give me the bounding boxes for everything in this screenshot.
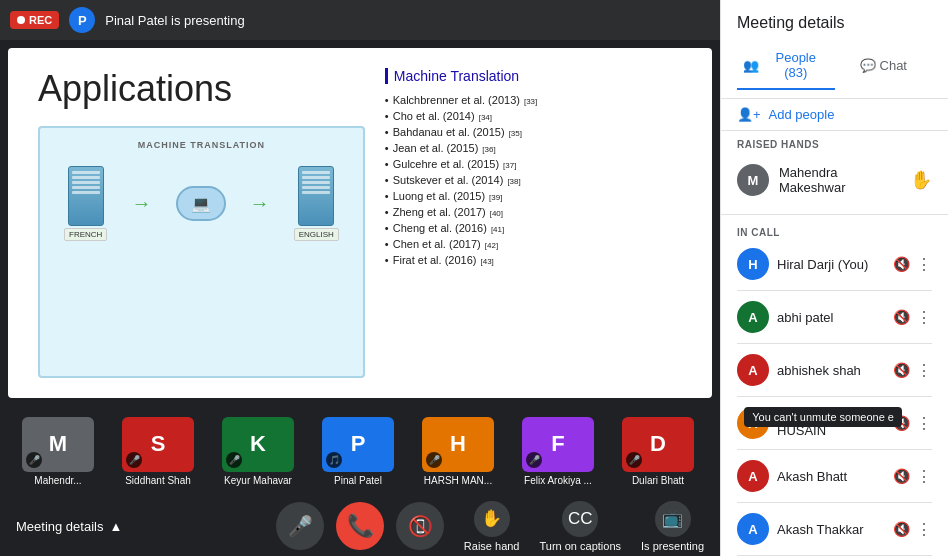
call-person: AAkash Bhatt🔇⋮ (737, 454, 932, 498)
participant-thumb[interactable]: F🎤Felix Arokiya ... (510, 417, 606, 486)
in-call-section: IN CALL HHiral Darji (You)🔇⋮Aabhi patel🔇… (721, 219, 948, 556)
call-person-actions: 🔇⋮ (893, 255, 932, 274)
tower-label-to: ENGLISH (294, 228, 339, 241)
participant-avatar: H🎤 (422, 417, 494, 472)
ref-list-item: Kalchbrenner et al. (2013)[33] (385, 92, 682, 108)
raised-hand-avatar: M (737, 164, 769, 196)
participant-name: Mahendr... (13, 475, 103, 486)
more-options-icon[interactable]: ⋮ (916, 520, 932, 539)
ref-list: Kalchbrenner et al. (2013)[33]Cho et al.… (385, 92, 682, 268)
meeting-details-label: Meeting details (16, 519, 103, 534)
mute-icon: 🎤 (26, 452, 42, 468)
diagram-label: MACHINE TRANSLATION (52, 140, 351, 150)
tower-icon-left (68, 166, 104, 226)
call-person: Aabhi patel🔇⋮ (737, 295, 932, 339)
rec-label: REC (29, 14, 52, 26)
participant-thumb[interactable]: K🎤Keyur Mahavar (210, 417, 306, 486)
diagram-tower-left: FRENCH (64, 166, 107, 241)
tower-label-from: FRENCH (64, 228, 107, 241)
more-options-icon[interactable]: ⋮ (916, 414, 932, 433)
chat-tab-label: Chat (880, 58, 907, 73)
participants-strip: M🎤Mahendr...S🎤Siddhant ShahK🎤Keyur Mahav… (0, 406, 720, 496)
people-tab-icon: 👥 (743, 58, 759, 73)
mute-person-icon: 🔇 (893, 468, 910, 484)
presenter-avatar: P (69, 7, 95, 33)
participant-avatar: D🎤 (622, 417, 694, 472)
call-person-avatar: A (737, 513, 769, 545)
end-call-button[interactable]: 📞 (336, 502, 384, 550)
mute-person-icon: 🔇 (893, 309, 910, 325)
call-person-name: Akash Thakkar (777, 522, 885, 537)
add-people-button[interactable]: 👤+ Add people (721, 99, 948, 131)
more-options-icon[interactable]: ⋮ (916, 255, 932, 274)
divider (721, 214, 948, 215)
right-controls: ✋ Raise hand CC Turn on captions 📺 Is pr… (464, 501, 704, 552)
captions-icon: CC (562, 501, 598, 537)
ref-list-item: Jean et al. (2015)[36] (385, 140, 682, 156)
divider (737, 449, 932, 450)
participant-thumb[interactable]: S🎤Siddhant Shah (110, 417, 206, 486)
meeting-details-button[interactable]: Meeting details ▲ (16, 519, 122, 534)
rec-dot (17, 16, 25, 24)
main-area: REC P Pinal Patel is presenting Applicat… (0, 0, 720, 556)
raised-hand-item: M Mahendra Makeshwar ✋ (737, 158, 932, 202)
raise-hand-button[interactable]: ✋ Raise hand (464, 501, 520, 552)
mute-icon: 🎤 (526, 452, 542, 468)
center-controls: 🎤 📞 📵 (276, 502, 444, 550)
slide-right: Machine Translation Kalchbrenner et al. … (385, 68, 682, 378)
call-person: HHiral Darji (You)🔇⋮ (737, 242, 932, 286)
mute-icon: 🎤 (626, 452, 642, 468)
arrow-right-1: → (131, 192, 151, 215)
call-person-avatar: H (737, 248, 769, 280)
mute-button[interactable]: 🎤 (276, 502, 324, 550)
cloud-icon: 💻 (176, 186, 226, 221)
mute-icon: 🎤 (426, 452, 442, 468)
presenting-button[interactable]: 📺 Is presenting (641, 501, 704, 552)
participant-thumb[interactable]: H🎤HARSH MAN... (410, 417, 506, 486)
call-person-name: abhi patel (777, 310, 885, 325)
arrow-right-2: → (250, 192, 270, 215)
machine-translation-diagram: MACHINE TRANSLATION FRENCH (38, 126, 365, 378)
participant-avatar: P🎵 (322, 417, 394, 472)
more-options-icon[interactable]: ⋮ (916, 361, 932, 380)
phone-icon: 📞 (347, 513, 374, 539)
more-options-icon[interactable]: ⋮ (916, 467, 932, 486)
call-person: AAkash Thakkar🔇⋮ (737, 507, 932, 551)
call-person-name: abhishek shah (777, 363, 885, 378)
captions-button[interactable]: CC Turn on captions (539, 501, 621, 552)
participant-thumb[interactable]: P🎵Pinal Patel (310, 417, 406, 486)
right-panel: Meeting details 👥 People (83) 💬 Chat 👤+ … (720, 0, 948, 556)
raised-hand-icon: ✋ (910, 169, 932, 191)
participant-name: Dulari Bhatt (613, 475, 703, 486)
ref-list-item: Chen et al. (2017)[42] (385, 236, 682, 252)
raised-hands-label: RAISED HANDS (737, 139, 932, 150)
participant-name: Pinal Patel (313, 475, 403, 486)
chat-tab-icon: 💬 (860, 58, 876, 73)
speaking-icon: 🎵 (326, 452, 342, 468)
more-options-icon[interactable]: ⋮ (916, 308, 932, 327)
video-button[interactable]: 📵 (396, 502, 444, 550)
participant-avatar: M🎤 (22, 417, 94, 472)
tab-chat[interactable]: 💬 Chat (835, 42, 933, 90)
ref-list-item: Zheng et al. (2017)[40] (385, 204, 682, 220)
tab-people[interactable]: 👥 People (83) (737, 42, 835, 90)
ref-list-item: Cho et al. (2014)[34] (385, 108, 682, 124)
unmute-tooltip: You can't unmute someone e (744, 407, 902, 427)
raised-hand-name: Mahendra Makeshwar (779, 165, 900, 195)
participant-thumb[interactable]: D🎤Dulari Bhatt (610, 417, 706, 486)
ref-list-item: Cheng et al. (2016)[41] (385, 220, 682, 236)
slide-area: Applications MACHINE TRANSLATION (8, 48, 712, 398)
diagram-visual: FRENCH → 💻 → (52, 158, 351, 249)
in-call-label: IN CALL (737, 227, 932, 238)
participant-thumb[interactable]: M🎤Mahendr... (10, 417, 106, 486)
mute-icon: 🎤 (226, 452, 242, 468)
people-tab-label: People (83) (763, 50, 829, 80)
mute-person-icon: 🔇 (893, 521, 910, 537)
raise-hand-label: Raise hand (464, 540, 520, 552)
divider (737, 502, 932, 503)
call-person-actions: 🔇⋮ (893, 361, 932, 380)
divider (737, 343, 932, 344)
mute-person-icon: 🔇 (893, 362, 910, 378)
top-bar: REC P Pinal Patel is presenting (0, 0, 720, 40)
rec-badge: REC (10, 11, 59, 29)
